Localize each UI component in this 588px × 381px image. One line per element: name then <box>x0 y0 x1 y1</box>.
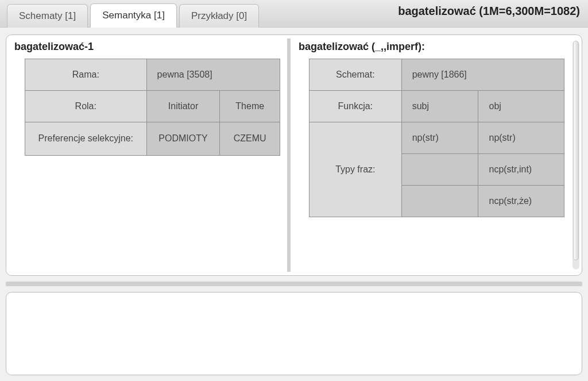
schemat-label: Schemat: <box>310 59 402 91</box>
rola-label: Rola: <box>25 91 147 122</box>
typy-r3c2: ncp(str,że) <box>478 186 564 217</box>
pref-label: Preferencje selekcyjne: <box>25 122 147 156</box>
tab-przyklady[interactable]: Przykłady [0] <box>179 4 259 28</box>
rola-v1: Initiator <box>146 91 220 122</box>
top-bar: Schematy [1] Semantyka [1] Przykłady [0]… <box>0 0 588 28</box>
header-title: bagatelizować (1M=6,300M=1082) <box>398 5 580 18</box>
table-row: Rama: pewna [3508] <box>25 59 280 91</box>
pref-v2: CZEMU <box>220 122 280 156</box>
typy-r1c1: np(str) <box>401 122 478 154</box>
funkcja-v1: subj <box>401 91 478 122</box>
schemat-value: pewny [1866] <box>401 59 564 91</box>
left-panel-title: bagatelizować-1 <box>13 39 280 59</box>
typy-r3c1 <box>401 186 478 217</box>
separator-strip <box>6 282 582 286</box>
panels-row: bagatelizować-1 Rama: pewna [3508] Rola:… <box>6 34 582 276</box>
scrollbar-thumb[interactable] <box>573 41 579 260</box>
rama-value: pewna [3508] <box>146 59 280 91</box>
right-table: Schemat: pewny [1866] Funkcja: subj obj … <box>309 59 564 217</box>
right-panel-title: bagatelizować (_,,imperf): <box>297 39 564 59</box>
table-row: Schemat: pewny [1866] <box>310 59 564 91</box>
typy-label: Typy fraz: <box>310 122 402 217</box>
table-row: Funkcja: subj obj <box>310 91 564 122</box>
table-row: Typy fraz: np(str) np(str) <box>310 122 564 154</box>
bottom-panel <box>6 292 582 375</box>
tab-semantyka[interactable]: Semantyka [1] <box>90 3 177 28</box>
content-area: bagatelizować-1 Rama: pewna [3508] Rola:… <box>0 28 588 381</box>
typy-r2c1 <box>401 154 478 186</box>
right-panel: bagatelizować (_,,imperf): Schemat: pewn… <box>291 35 571 275</box>
scrollbar[interactable] <box>572 41 579 270</box>
table-row: Rola: Initiator Theme <box>25 91 280 122</box>
rola-v2: Theme <box>220 91 280 122</box>
tab-schematy[interactable]: Schematy [1] <box>7 4 88 28</box>
pref-v1: PODMIOTY <box>146 122 220 156</box>
rama-label: Rama: <box>25 59 147 91</box>
typy-r2c2: ncp(str,int) <box>478 154 564 186</box>
funkcja-v2: obj <box>478 91 564 122</box>
tabs: Schematy [1] Semantyka [1] Przykłady [0] <box>7 0 259 27</box>
left-table: Rama: pewna [3508] Rola: Initiator Theme… <box>25 59 280 156</box>
typy-r1c2: np(str) <box>478 122 564 154</box>
left-panel: bagatelizować-1 Rama: pewna [3508] Rola:… <box>6 35 287 275</box>
funkcja-label: Funkcja: <box>310 91 402 122</box>
table-row: Preferencje selekcyjne: PODMIOTY CZEMU <box>25 122 280 156</box>
